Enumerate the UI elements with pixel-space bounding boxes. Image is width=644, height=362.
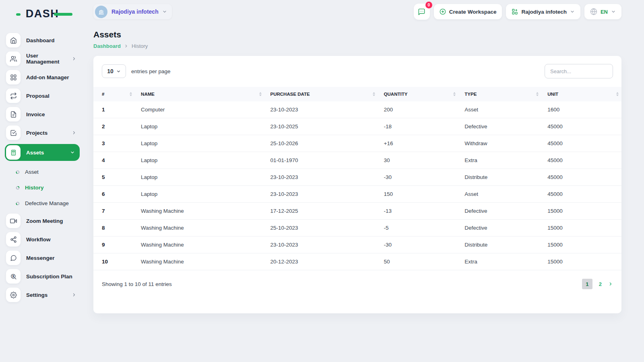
- column-header-quantity[interactable]: QUANTITY: [384, 87, 465, 101]
- chevron-right-icon: [124, 44, 128, 48]
- sidebar-item-invoice[interactable]: Invoice: [5, 107, 80, 121]
- column-header-unit[interactable]: UNIT: [547, 87, 621, 101]
- search-dollar-icon: $: [6, 269, 21, 284]
- chevron-down-icon: [162, 9, 167, 14]
- language-selector[interactable]: EN: [584, 4, 621, 19]
- submenu-item-history[interactable]: History: [5, 180, 80, 195]
- table-header-row: # NAME PURCHASE DATE QUANTITY TYPE UNIT: [93, 87, 621, 101]
- bullet-circle-icon: [16, 170, 20, 174]
- submenu-item-label: Defective Manage: [25, 200, 69, 206]
- table-row: 8Washing Machine25-10-2023-5Defective150…: [93, 220, 621, 237]
- sidebar-item-label: Workflow: [26, 237, 76, 243]
- language-code: EN: [601, 9, 608, 15]
- sidebar-item-dashboard[interactable]: Dashboard: [5, 33, 80, 47]
- sidebar-item-addon-manager[interactable]: Add-on Manager: [5, 70, 80, 84]
- main-area: Rajodiya infotech 0 Create Workspace: [85, 0, 644, 362]
- chevron-right-icon: [72, 130, 76, 135]
- sidebar-item-proposal[interactable]: Proposal: [5, 88, 80, 103]
- table-footer: Showing 1 to 10 of 11 entries 1 2: [93, 270, 621, 289]
- grid-icon: [6, 70, 21, 84]
- history-table: # NAME PURCHASE DATE QUANTITY TYPE UNIT …: [93, 87, 621, 270]
- sort-icon: [130, 92, 132, 96]
- sidebar-item-projects[interactable]: Projects: [5, 125, 80, 140]
- breadcrumb: Dashboard History: [93, 43, 621, 49]
- sidebar-item-label: Projects: [26, 130, 72, 136]
- sidebar-item-assets[interactable]: Assets: [5, 144, 80, 161]
- globe-icon: [590, 8, 597, 15]
- sidebar-item-label: Subscription Plan: [26, 274, 76, 280]
- history-table-card: 10 entries per page # NAME PURCHASE DATE…: [93, 56, 621, 313]
- column-header-index[interactable]: #: [93, 87, 141, 101]
- sidebar-item-label: Assets: [26, 150, 70, 156]
- create-workspace-button[interactable]: Create Workspace: [434, 4, 502, 19]
- showing-entries-text: Showing 1 to 10 of 11 entries: [102, 281, 172, 287]
- table-row: 3Laptop25-10-2026+16Withdraw45000: [93, 135, 621, 152]
- chevron-down-icon: [611, 9, 616, 14]
- messages-button[interactable]: 0: [414, 4, 430, 20]
- breadcrumb-current: History: [132, 43, 148, 49]
- grid-plus-icon: [512, 8, 518, 15]
- check-square-icon: [6, 125, 21, 140]
- share-network-icon: [6, 232, 21, 247]
- entries-count-select[interactable]: 10: [102, 64, 126, 78]
- workspace-selector[interactable]: Rajodiya infotech: [93, 4, 172, 19]
- users-icon: [6, 51, 21, 66]
- table-controls: 10 entries per page: [93, 56, 621, 78]
- bullet-circle-icon: [16, 186, 20, 190]
- sort-icon: [616, 92, 619, 96]
- bullet-circle-icon: [16, 202, 20, 206]
- table-row: 5Laptop23-10-2023-30Distribute45000: [93, 169, 621, 186]
- sidebar-item-settings[interactable]: Settings: [5, 288, 80, 302]
- video-camera-icon: [6, 214, 21, 228]
- page-button-1[interactable]: 1: [582, 279, 592, 289]
- chevron-right-icon: [608, 282, 613, 286]
- next-page-button[interactable]: [608, 282, 613, 286]
- sidebar-item-subscription-plan[interactable]: $ Subscription Plan: [5, 269, 80, 284]
- workspace-name: Rajodiya infotech: [111, 8, 159, 15]
- sort-icon: [373, 92, 375, 96]
- entries-per-page-label: entries per page: [131, 68, 171, 74]
- submenu-item-defective-manage[interactable]: Defective Manage: [5, 195, 80, 211]
- chevron-right-icon: [72, 56, 76, 61]
- sidebar-item-messenger[interactable]: Messenger: [5, 251, 80, 265]
- home-icon: [6, 33, 21, 47]
- table-row: 4Laptop01-01-197030Extra45000: [93, 152, 621, 169]
- sort-icon: [259, 92, 262, 96]
- sidebar-item-label: Settings: [26, 292, 72, 298]
- sidebar-nav: Dashboard User Management Add-on Manager: [5, 33, 80, 302]
- search-input[interactable]: [545, 64, 613, 78]
- calculator-icon: [6, 145, 21, 160]
- plus-circle-icon: [440, 8, 446, 15]
- app-logo[interactable]: DASH: [5, 6, 80, 22]
- workspace-dropdown-label: Rajodiya infotech: [521, 9, 567, 15]
- sidebar-item-label: Invoice: [26, 111, 76, 117]
- sort-icon: [536, 92, 539, 96]
- svg-text:$: $: [12, 274, 14, 277]
- chevron-right-icon: [72, 292, 76, 297]
- workspace-dropdown[interactable]: Rajodiya infotech: [506, 4, 580, 19]
- submenu-item-label: Asset: [25, 169, 39, 175]
- app-root: DASH Dashboard User Management: [0, 0, 644, 362]
- pagination: 1 2: [582, 279, 613, 289]
- column-header-type[interactable]: TYPE: [464, 87, 547, 101]
- table-row: 6Laptop23-10-2023150Asset45000: [93, 186, 621, 203]
- gear-icon: [6, 288, 21, 302]
- page-title: Assets: [93, 30, 621, 39]
- sort-icon: [453, 92, 456, 96]
- sidebar-item-zoom-meeting[interactable]: Zoom Meeting: [5, 214, 80, 228]
- column-header-name[interactable]: NAME: [141, 87, 270, 101]
- page-button-2[interactable]: 2: [599, 281, 602, 287]
- column-header-purchase-date[interactable]: PURCHASE DATE: [270, 87, 384, 101]
- sidebar-item-workflow[interactable]: Workflow: [5, 232, 80, 247]
- assets-submenu: Asset History Defective Manage: [5, 164, 80, 211]
- chevron-down-icon: [70, 150, 75, 155]
- breadcrumb-dashboard-link[interactable]: Dashboard: [93, 43, 121, 49]
- notification-badge: 0: [425, 2, 432, 8]
- table-row: 9Washing Machine23-10-2023-30Distribute1…: [93, 237, 621, 253]
- logo-dash-right-icon: [54, 13, 72, 16]
- sidebar-item-label: Proposal: [26, 93, 76, 99]
- sidebar-item-label: User Management: [26, 53, 72, 65]
- submenu-item-asset[interactable]: Asset: [5, 164, 80, 180]
- sidebar-item-user-management[interactable]: User Management: [5, 51, 80, 66]
- topbar-actions: 0 Create Workspace Rajodiya infotech: [414, 4, 621, 20]
